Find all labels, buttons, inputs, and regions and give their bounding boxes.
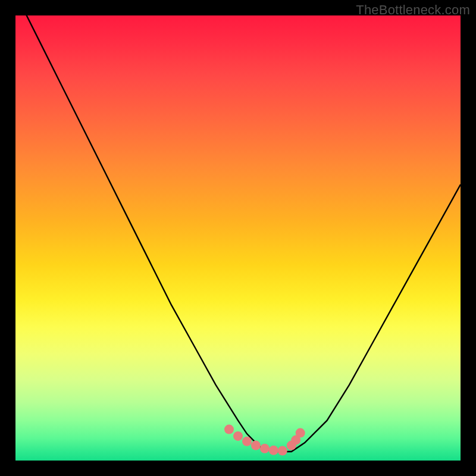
- marker-point: [251, 441, 261, 450]
- marker-point: [224, 425, 234, 434]
- marker-point: [278, 446, 287, 456]
- marker-point: [269, 446, 278, 455]
- bottleneck-curve: [15, 0, 461, 452]
- chart-frame: TheBottleneck.com: [0, 0, 476, 476]
- marker-point: [242, 437, 252, 446]
- chart-plot-area: [15, 15, 461, 461]
- watermark-text: TheBottleneck.com: [356, 2, 470, 18]
- chart-svg: [15, 15, 461, 461]
- marker-point: [296, 428, 305, 438]
- marker-point: [233, 431, 243, 441]
- marker-point: [260, 444, 270, 453]
